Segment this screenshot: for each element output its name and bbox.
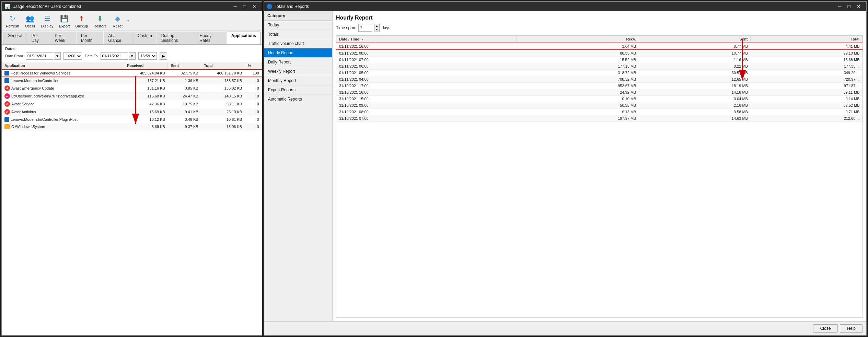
category-item-export-reports[interactable]: Export Reports bbox=[264, 85, 332, 95]
tab-dialup[interactable]: Dial-up Sessions bbox=[157, 32, 195, 44]
right-maximize-button[interactable]: □ bbox=[845, 3, 853, 10]
cell-sent: 0.04 MB bbox=[639, 96, 751, 102]
col-recv: Recv. bbox=[516, 36, 639, 43]
table-row: ∞C:\Users\mr\.odrive\bin\7071\odriveapp.… bbox=[2, 92, 262, 100]
cell-application: AAvast Service bbox=[2, 100, 124, 108]
date-to-picker[interactable]: ▼ bbox=[129, 52, 136, 60]
cell-recv: 3.64 MB bbox=[516, 43, 639, 50]
content-area: Dates Date From ▼ 16:00 Date To ▼ 16:59 bbox=[2, 45, 262, 335]
display-button[interactable]: ☰ Display bbox=[39, 13, 56, 29]
category-item-traffic-volume-chart[interactable]: Traffic volume chart bbox=[264, 39, 332, 48]
report-table-row: 01/11/2021 06:00 177.13 MB 0.22 MB 177.3… bbox=[336, 63, 863, 70]
category-item-daily-report[interactable]: Daily Report bbox=[264, 58, 332, 67]
right-close-button[interactable]: ✕ bbox=[854, 3, 864, 10]
time-span-input[interactable] bbox=[358, 24, 372, 32]
help-button[interactable]: Help bbox=[840, 324, 863, 333]
backup-button[interactable]: ⬆ Backup bbox=[73, 13, 90, 29]
spinner-up[interactable]: ▲ bbox=[374, 24, 379, 28]
restore-icon: ⬇ bbox=[95, 14, 105, 23]
cell-datetime: 01/11/2021 08:00 bbox=[336, 50, 516, 57]
time-from-select[interactable]: 16:00 bbox=[63, 52, 82, 60]
category-item-totals[interactable]: Totals bbox=[264, 30, 332, 39]
tab-hourly-rates[interactable]: Hourly Rates bbox=[195, 32, 227, 44]
cell-sent: 10.75 KB bbox=[168, 100, 201, 108]
spinner-down[interactable]: ▼ bbox=[374, 28, 379, 32]
cell-sent: 9.41 KB bbox=[168, 108, 201, 116]
users-icon: 👥 bbox=[25, 14, 35, 23]
cell-received: 485,324.04 KB bbox=[124, 69, 168, 77]
restore-button[interactable]: ⬇ Restore bbox=[91, 13, 109, 29]
report-table-row: 31/10/2021 08:00 6.13 MB 3.58 MB 9.71 MB bbox=[336, 109, 863, 115]
cell-sent: 14.63 MB bbox=[639, 115, 751, 122]
cell-recv: 0.10 MB bbox=[516, 96, 639, 102]
category-item-weekly-report[interactable]: Weekly Report bbox=[264, 67, 332, 76]
cell-total: 39.11 MB bbox=[751, 89, 863, 96]
backup-label: Backup bbox=[76, 24, 88, 28]
time-span-label: Time span: bbox=[336, 25, 356, 30]
minimize-button[interactable]: ─ bbox=[231, 3, 240, 10]
tab-per-day[interactable]: Per Day bbox=[27, 32, 50, 44]
users-button[interactable]: 👥 Users bbox=[23, 13, 38, 29]
date-from-input[interactable] bbox=[26, 52, 53, 60]
category-item-monthly-report[interactable]: Monthly Report bbox=[264, 76, 332, 85]
report-table-row: 31/10/2021 17:00 953.67 MB 18.19 MB 971.… bbox=[336, 83, 863, 89]
col-sent: Sent bbox=[168, 62, 201, 69]
category-item-today[interactable]: Today bbox=[264, 21, 332, 30]
tab-at-a-glance[interactable]: At a Glance bbox=[104, 32, 133, 44]
date-to-input[interactable] bbox=[101, 52, 128, 60]
cell-datetime: 01/11/2021 16:00 bbox=[336, 43, 516, 50]
tab-per-month[interactable]: Per Month bbox=[77, 32, 103, 44]
tab-per-week[interactable]: Per Week bbox=[50, 32, 76, 44]
cell-total: 10.61 KB bbox=[201, 116, 245, 123]
left-titlebar: 📊 Usage Report for All Users Combined ─ … bbox=[2, 2, 262, 11]
cell-sent: 3.58 MB bbox=[639, 109, 751, 115]
close-footer-button[interactable]: Close bbox=[813, 324, 838, 333]
export-button[interactable]: 💾 Export bbox=[57, 13, 72, 29]
cell-total: 140.15 KB bbox=[201, 92, 245, 100]
cell-sent: 827.75 KB bbox=[168, 69, 201, 77]
cell-total: 177.35 ... bbox=[751, 63, 863, 70]
right-window-controls: ─ □ ✕ bbox=[835, 3, 864, 10]
time-to-select[interactable]: 16:59 bbox=[138, 52, 157, 60]
tab-custom[interactable]: Custom bbox=[133, 32, 156, 44]
cell-total: 18.06 KB bbox=[201, 123, 245, 130]
right-minimize-button[interactable]: ─ bbox=[835, 3, 844, 10]
time-span-unit: days bbox=[382, 25, 390, 30]
cell-sent: 0.49 KB bbox=[168, 116, 201, 123]
cell-datetime: 01/11/2021 07:00 bbox=[336, 57, 516, 63]
cell-sent: 9.37 KB bbox=[168, 123, 201, 130]
cell-percent: 100 bbox=[245, 69, 262, 77]
report-table-row: 01/11/2021 04:00 708.32 MB 12.65 MB 720.… bbox=[336, 76, 863, 83]
refresh-button[interactable]: ↻ Refresh bbox=[4, 13, 21, 29]
reset-button[interactable]: ◆ Reset bbox=[110, 13, 125, 29]
next-period-button[interactable]: ▶ bbox=[160, 52, 167, 60]
category-item-hourly-report[interactable]: Hourly Report bbox=[264, 48, 332, 58]
cell-application: Lenovo.Modern.ImController.PluginHost bbox=[2, 116, 124, 123]
toolbar-dropdown-arrow[interactable]: ▾ bbox=[127, 19, 129, 23]
cell-total: 212.60 ... bbox=[751, 115, 863, 122]
category-item-automatic-reports[interactable]: Automatic Reports bbox=[264, 95, 332, 104]
report-table-row: 31/10/2021 09:00 50.35 MB 2.16 MB 52.52 … bbox=[336, 102, 863, 109]
cell-total: 720.97 ... bbox=[751, 76, 863, 83]
table-row: Host Process for Windows Services 485,32… bbox=[2, 69, 262, 77]
date-from-picker[interactable]: ▼ bbox=[54, 52, 61, 60]
cell-total: 52.52 MB bbox=[751, 102, 863, 109]
maximize-button[interactable]: □ bbox=[241, 3, 249, 10]
cell-total: 349.29 ... bbox=[751, 70, 863, 76]
cell-sent: 24.47 KB bbox=[168, 92, 201, 100]
cell-percent: 0 bbox=[245, 84, 262, 92]
cell-total: 188.57 KB bbox=[201, 77, 245, 84]
tab-general[interactable]: General bbox=[3, 32, 27, 44]
close-button[interactable]: ✕ bbox=[250, 3, 259, 10]
table-row: Lenovo.Modern.ImController 187.21 KB 1.3… bbox=[2, 77, 262, 84]
col-datetime[interactable]: Date / Time ▼ bbox=[336, 36, 516, 43]
date-row: Dates Date From ▼ 16:00 Date To ▼ 16:59 bbox=[2, 45, 262, 62]
cell-recv: 953.67 MB bbox=[516, 83, 639, 89]
cell-datetime: 31/10/2021 17:00 bbox=[336, 83, 516, 89]
cell-sent: 3.85 KB bbox=[168, 84, 201, 92]
tab-applications[interactable]: Applications bbox=[227, 32, 261, 44]
right-window-title: Totals and Reports bbox=[275, 4, 309, 9]
report-table-row: 01/11/2021 16:00 3.64 MB 0.77 MB 4.41 MB bbox=[336, 43, 863, 50]
sort-indicator: ▼ bbox=[361, 38, 364, 41]
report-table-row: 31/10/2021 07:00 197.97 MB 14.63 MB 212.… bbox=[336, 115, 863, 122]
